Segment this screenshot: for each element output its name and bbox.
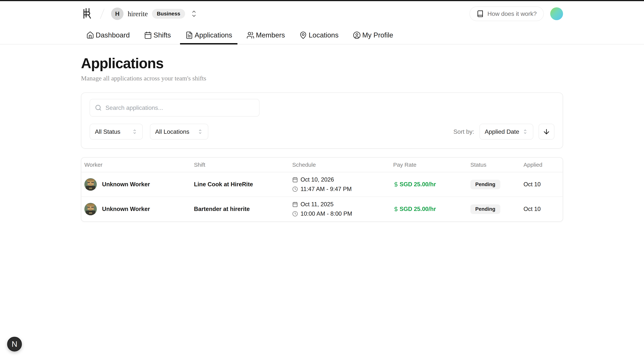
shift-name: Line Cook at HireRite <box>191 181 289 188</box>
col-header-shift: Shift <box>191 162 289 168</box>
tab-members[interactable]: Members <box>241 26 290 44</box>
shift-date: Oct 10, 2026 <box>300 176 334 183</box>
search-icon <box>95 104 102 111</box>
shift-time: 11:47 AM - 9:47 PM <box>300 186 352 192</box>
org-name: hirerite <box>128 10 148 18</box>
help-button-label: How does it work? <box>488 10 537 17</box>
filter-row: All Status All Locations Sort by: Applie… <box>90 124 554 140</box>
search-box[interactable] <box>90 99 260 116</box>
tab-label: My Profile <box>362 31 393 39</box>
file-text-icon <box>185 31 193 39</box>
chevrons-up-down-icon <box>522 128 528 135</box>
tab-my-profile[interactable]: My Profile <box>348 26 398 44</box>
shift-time: 10:00 AM - 8:00 PM <box>300 210 352 217</box>
table-header-row: Worker Shift Schedule Pay Rate Status Ap… <box>81 158 563 172</box>
org-type-badge: Business <box>152 9 185 19</box>
status-cell: Pending <box>467 204 520 214</box>
hirerite-logo-icon[interactable] <box>81 8 94 20</box>
worker-name: Unknown Worker <box>102 206 150 212</box>
worker-avatar <box>84 178 97 190</box>
col-header-status: Status <box>467 162 520 168</box>
tab-label: Shifts <box>154 31 171 39</box>
main-nav: Dashboard Shifts Applications <box>81 26 563 44</box>
schedule-cell: Oct 10, 2026 11:47 AM - 9:47 PM <box>289 176 390 192</box>
help-button[interactable]: How does it work? <box>470 6 544 21</box>
worker-avatar <box>84 203 97 215</box>
worker-name: Unknown Worker <box>102 181 150 188</box>
col-header-pay-rate: Pay Rate <box>390 162 467 168</box>
home-icon <box>86 31 94 39</box>
map-pin-icon <box>299 31 307 39</box>
status-cell: Pending <box>467 180 520 189</box>
dollar-icon <box>393 206 399 212</box>
pay-rate-cell: SGD 25.00/hr <box>390 181 467 188</box>
chevrons-up-down-icon <box>197 128 203 135</box>
tab-label: Dashboard <box>96 31 130 39</box>
tab-label: Locations <box>309 31 338 39</box>
user-avatar[interactable] <box>550 7 563 20</box>
sort-group: Sort by: Applied Date <box>454 124 554 140</box>
org-avatar: H <box>111 8 124 20</box>
applications-table: Worker Shift Schedule Pay Rate Status Ap… <box>81 157 563 222</box>
calendar-icon <box>144 31 152 39</box>
tab-label: Applications <box>195 31 232 39</box>
tab-applications[interactable]: Applications <box>180 26 238 44</box>
search-input[interactable] <box>106 104 254 111</box>
filters-card: All Status All Locations Sort by: Applie… <box>81 92 563 148</box>
user-circle-icon <box>353 31 361 39</box>
sort-value: Applied Date <box>485 128 519 135</box>
clock-icon <box>292 186 298 192</box>
status-filter-select[interactable]: All Status <box>90 124 143 140</box>
col-header-schedule: Schedule <box>289 162 390 168</box>
applied-date: Oct 10 <box>520 206 563 212</box>
shift-date: Oct 11, 2025 <box>300 201 334 208</box>
sort-direction-button[interactable] <box>538 124 554 140</box>
tab-shifts[interactable]: Shifts <box>139 26 176 44</box>
tab-dashboard[interactable]: Dashboard <box>81 26 135 44</box>
sort-select[interactable]: Applied Date <box>480 124 533 140</box>
breadcrumb-slash <box>100 9 104 19</box>
users-icon <box>246 31 254 39</box>
chevrons-up-down-icon[interactable] <box>190 10 198 18</box>
pay-rate: SGD 25.00/hr <box>400 181 436 188</box>
org-switcher[interactable]: H hirerite Business <box>111 8 198 20</box>
pay-rate: SGD 25.00/hr <box>400 206 436 212</box>
sort-label: Sort by: <box>454 128 474 135</box>
arrow-down-icon <box>542 128 550 136</box>
table-row[interactable]: Unknown Worker Bartender at hirerite Oct… <box>81 197 563 221</box>
schedule-cell: Oct 11, 2025 10:00 AM - 8:00 PM <box>289 201 390 217</box>
pay-rate-cell: SGD 25.00/hr <box>390 206 467 212</box>
app-header: H hirerite Business How does it work? <box>0 1 644 44</box>
book-icon <box>476 10 484 17</box>
locations-filter-value: All Locations <box>155 128 189 135</box>
locations-filter-select[interactable]: All Locations <box>150 124 208 140</box>
table-row[interactable]: Unknown Worker Line Cook at HireRite Oct… <box>81 172 563 197</box>
page-subtitle: Manage all applications across your team… <box>81 75 563 82</box>
applied-date: Oct 10 <box>520 181 563 188</box>
nextjs-dev-badge[interactable]: N <box>7 337 22 352</box>
chevrons-up-down-icon <box>132 128 138 135</box>
col-header-applied: Applied <box>520 162 563 168</box>
clock-icon <box>292 211 298 216</box>
calendar-icon <box>292 177 298 182</box>
nextjs-icon: N <box>12 340 17 349</box>
topbar: H hirerite Business How does it work? <box>81 1 563 26</box>
col-header-worker: Worker <box>81 162 191 168</box>
tab-locations[interactable]: Locations <box>294 26 344 44</box>
page-title: Applications <box>81 55 563 72</box>
tab-label: Members <box>256 31 285 39</box>
shift-name: Bartender at hirerite <box>191 206 289 212</box>
main-content: Applications Manage all applications acr… <box>81 55 563 222</box>
status-badge: Pending <box>470 180 500 189</box>
dollar-icon <box>393 182 399 187</box>
calendar-icon <box>292 202 298 207</box>
status-badge: Pending <box>470 204 500 214</box>
status-filter-value: All Status <box>95 128 120 135</box>
